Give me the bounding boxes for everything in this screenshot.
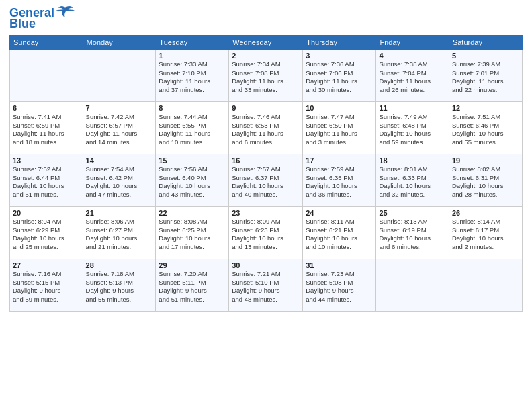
calendar-cell: 23Sunrise: 8:09 AMSunset: 6:23 PMDayligh… (229, 206, 303, 259)
day-info: Sunrise: 8:02 AMSunset: 6:31 PMDaylight:… (452, 165, 519, 199)
calendar-cell: 30Sunrise: 7:21 AMSunset: 5:10 PMDayligh… (229, 259, 303, 311)
day-number: 16 (232, 156, 300, 165)
day-info: Sunrise: 7:54 AMSunset: 6:42 PMDaylight:… (86, 165, 153, 199)
day-info: Sunrise: 7:49 AMSunset: 6:48 PMDaylight:… (379, 113, 445, 147)
calendar-cell (10, 49, 83, 101)
day-number: 20 (13, 209, 80, 217)
day-number: 7 (86, 104, 153, 112)
day-info: Sunrise: 8:13 AMSunset: 6:19 PMDaylight:… (379, 218, 445, 252)
day-number: 6 (13, 104, 80, 112)
day-info: Sunrise: 7:21 AMSunset: 5:10 PMDaylight:… (232, 270, 300, 304)
weekday-header-monday: Monday (83, 35, 156, 49)
calendar-cell: 19Sunrise: 8:02 AMSunset: 6:31 PMDayligh… (449, 154, 522, 206)
day-number: 10 (306, 104, 373, 112)
day-number: 30 (232, 261, 300, 269)
page-header: General Blue (9, 7, 523, 31)
day-info: Sunrise: 7:36 AMSunset: 7:06 PMDaylight:… (306, 60, 373, 95)
calendar-cell: 9Sunrise: 7:46 AMSunset: 6:53 PMDaylight… (229, 101, 303, 154)
calendar-cell: 18Sunrise: 8:01 AMSunset: 6:33 PMDayligh… (376, 154, 449, 206)
calendar-cell: 6Sunrise: 7:41 AMSunset: 6:59 PMDaylight… (10, 101, 83, 154)
day-info: Sunrise: 7:52 AMSunset: 6:44 PMDaylight:… (13, 165, 80, 199)
calendar-cell: 5Sunrise: 7:39 AMSunset: 7:01 PMDaylight… (449, 49, 522, 101)
calendar-cell: 11Sunrise: 7:49 AMSunset: 6:48 PMDayligh… (376, 101, 449, 154)
day-number: 17 (306, 156, 373, 165)
day-info: Sunrise: 7:18 AMSunset: 5:13 PMDaylight:… (86, 270, 153, 304)
day-info: Sunrise: 7:41 AMSunset: 6:59 PMDaylight:… (13, 113, 80, 147)
calendar-cell: 31Sunrise: 7:23 AMSunset: 5:08 PMDayligh… (303, 259, 376, 311)
calendar-cell: 27Sunrise: 7:16 AMSunset: 5:15 PMDayligh… (10, 259, 83, 311)
day-number: 4 (379, 52, 445, 60)
day-info: Sunrise: 7:59 AMSunset: 6:35 PMDaylight:… (306, 165, 373, 199)
calendar-cell: 13Sunrise: 7:52 AMSunset: 6:44 PMDayligh… (10, 154, 83, 206)
day-info: Sunrise: 7:16 AMSunset: 5:15 PMDaylight:… (13, 270, 80, 304)
weekday-header-friday: Friday (376, 35, 449, 49)
logo: General Blue (9, 7, 75, 31)
day-number: 21 (86, 209, 153, 217)
day-number: 12 (452, 104, 519, 112)
day-info: Sunrise: 8:14 AMSunset: 6:17 PMDaylight:… (452, 218, 519, 252)
day-number: 26 (452, 209, 519, 217)
calendar-cell: 22Sunrise: 8:08 AMSunset: 6:25 PMDayligh… (156, 206, 229, 259)
calendar-cell: 10Sunrise: 7:47 AMSunset: 6:50 PMDayligh… (303, 101, 376, 154)
day-info: Sunrise: 8:09 AMSunset: 6:23 PMDaylight:… (232, 218, 300, 252)
day-number: 27 (13, 261, 80, 269)
day-number: 14 (86, 156, 153, 165)
day-info: Sunrise: 7:51 AMSunset: 6:46 PMDaylight:… (452, 113, 519, 147)
day-number: 22 (159, 209, 226, 217)
day-info: Sunrise: 8:06 AMSunset: 6:27 PMDaylight:… (86, 218, 153, 252)
day-info: Sunrise: 8:04 AMSunset: 6:29 PMDaylight:… (13, 218, 80, 252)
day-number: 19 (452, 156, 519, 165)
calendar-cell (449, 259, 522, 311)
calendar-week-row: 6Sunrise: 7:41 AMSunset: 6:59 PMDaylight… (10, 101, 523, 154)
day-info: Sunrise: 7:39 AMSunset: 7:01 PMDaylight:… (452, 60, 519, 95)
calendar-week-row: 1Sunrise: 7:33 AMSunset: 7:10 PMDaylight… (10, 49, 523, 101)
weekday-header-sunday: Sunday (10, 35, 83, 49)
calendar-cell (83, 49, 156, 101)
day-number: 25 (379, 209, 445, 217)
day-number: 1 (159, 52, 226, 60)
day-number: 28 (86, 261, 153, 269)
day-info: Sunrise: 8:11 AMSunset: 6:21 PMDaylight:… (306, 218, 373, 252)
logo-blue-text: Blue (9, 17, 36, 31)
day-info: Sunrise: 7:33 AMSunset: 7:10 PMDaylight:… (159, 60, 226, 95)
day-number: 31 (306, 261, 373, 269)
calendar-cell: 1Sunrise: 7:33 AMSunset: 7:10 PMDaylight… (156, 49, 229, 101)
calendar-cell: 24Sunrise: 8:11 AMSunset: 6:21 PMDayligh… (303, 206, 376, 259)
day-info: Sunrise: 7:20 AMSunset: 5:11 PMDaylight:… (159, 270, 226, 304)
calendar-cell: 4Sunrise: 7:38 AMSunset: 7:04 PMDaylight… (376, 49, 449, 101)
calendar-cell: 17Sunrise: 7:59 AMSunset: 6:35 PMDayligh… (303, 154, 376, 206)
calendar-cell: 7Sunrise: 7:42 AMSunset: 6:57 PMDaylight… (83, 101, 156, 154)
calendar-cell: 15Sunrise: 7:56 AMSunset: 6:40 PMDayligh… (156, 154, 229, 206)
calendar-cell: 16Sunrise: 7:57 AMSunset: 6:37 PMDayligh… (229, 154, 303, 206)
logo-bird-icon (56, 5, 75, 20)
calendar-header-row: SundayMondayTuesdayWednesdayThursdayFrid… (10, 35, 523, 49)
day-info: Sunrise: 7:56 AMSunset: 6:40 PMDaylight:… (159, 165, 226, 199)
calendar-cell: 20Sunrise: 8:04 AMSunset: 6:29 PMDayligh… (10, 206, 83, 259)
calendar-table: SundayMondayTuesdayWednesdayThursdayFrid… (9, 35, 523, 312)
day-info: Sunrise: 7:23 AMSunset: 5:08 PMDaylight:… (306, 270, 373, 304)
calendar-cell: 29Sunrise: 7:20 AMSunset: 5:11 PMDayligh… (156, 259, 229, 311)
weekday-header-saturday: Saturday (449, 35, 522, 49)
calendar-cell: 28Sunrise: 7:18 AMSunset: 5:13 PMDayligh… (83, 259, 156, 311)
day-info: Sunrise: 7:47 AMSunset: 6:50 PMDaylight:… (306, 113, 373, 147)
day-number: 15 (159, 156, 226, 165)
calendar-week-row: 27Sunrise: 7:16 AMSunset: 5:15 PMDayligh… (10, 259, 523, 311)
day-info: Sunrise: 7:44 AMSunset: 6:55 PMDaylight:… (159, 113, 226, 147)
day-number: 8 (159, 104, 226, 112)
calendar-cell: 26Sunrise: 8:14 AMSunset: 6:17 PMDayligh… (449, 206, 522, 259)
day-number: 11 (379, 104, 445, 112)
calendar-cell: 12Sunrise: 7:51 AMSunset: 6:46 PMDayligh… (449, 101, 522, 154)
day-number: 13 (13, 156, 80, 165)
day-number: 5 (452, 52, 519, 60)
weekday-header-tuesday: Tuesday (156, 35, 229, 49)
day-number: 3 (306, 52, 373, 60)
day-number: 23 (232, 209, 300, 217)
day-number: 18 (379, 156, 445, 165)
day-number: 2 (232, 52, 300, 60)
day-info: Sunrise: 7:42 AMSunset: 6:57 PMDaylight:… (86, 113, 153, 147)
calendar-cell: 25Sunrise: 8:13 AMSunset: 6:19 PMDayligh… (376, 206, 449, 259)
day-info: Sunrise: 7:57 AMSunset: 6:37 PMDaylight:… (232, 165, 300, 199)
day-info: Sunrise: 7:38 AMSunset: 7:04 PMDaylight:… (379, 60, 445, 95)
calendar-cell: 14Sunrise: 7:54 AMSunset: 6:42 PMDayligh… (83, 154, 156, 206)
calendar-cell (376, 259, 449, 311)
